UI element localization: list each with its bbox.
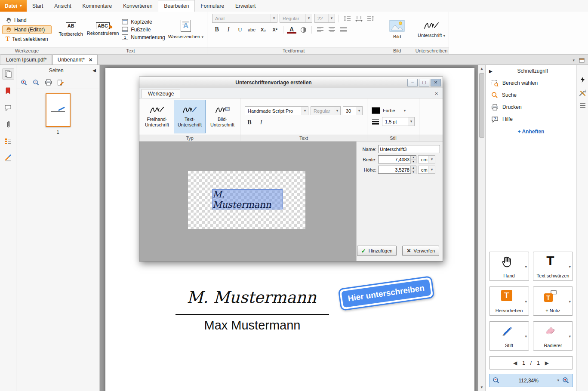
comments-panel-icon[interactable] xyxy=(2,102,14,113)
dialog-tab-werkzeuge[interactable]: Werkzeuge xyxy=(142,89,180,98)
float-window-icon[interactable] xyxy=(579,58,585,63)
menu-erweitert[interactable]: Erweitert xyxy=(230,0,261,12)
current-page-number[interactable]: 1 xyxy=(522,360,525,366)
chevron-down-icon[interactable]: ▾ xyxy=(525,265,527,269)
menu-konvertieren[interactable]: Konvertieren xyxy=(117,0,158,12)
image-signature-button[interactable]: Bild-Unterschrift xyxy=(206,100,238,133)
flash-actions-icon[interactable] xyxy=(580,76,585,83)
discard-button[interactable]: ✕ Verwerfen xyxy=(402,246,439,256)
shading-icon[interactable] xyxy=(299,25,308,34)
bookmarks-panel-icon[interactable] xyxy=(2,85,14,96)
print-item[interactable]: Drucken xyxy=(486,101,576,113)
signatures-panel-icon[interactable] xyxy=(2,152,14,163)
help-item[interactable]: ? Hilfe xyxy=(486,113,576,125)
menu-ansicht[interactable]: Ansicht xyxy=(49,0,77,12)
search-item[interactable]: Suche xyxy=(486,89,576,101)
chevron-down-icon[interactable]: ▾ xyxy=(525,300,527,304)
edit-page-icon[interactable] xyxy=(57,79,64,86)
minimize-icon[interactable]: – xyxy=(407,79,418,86)
align-justify-icon[interactable] xyxy=(339,25,348,34)
width-up-icon[interactable]: ▲ xyxy=(411,156,416,160)
height-field[interactable] xyxy=(379,166,410,173)
height-down-icon[interactable]: ▼ xyxy=(411,170,416,174)
zoom-out-icon[interactable] xyxy=(493,377,500,384)
fields-list-panel-icon[interactable] xyxy=(2,135,14,147)
vertical-scrollbar[interactable]: ▲ ▼ xyxy=(478,65,485,391)
signature-italic-button[interactable]: I xyxy=(256,118,266,127)
eraser-card[interactable]: ▾ Radierer xyxy=(533,321,573,351)
scroll-up-icon[interactable]: ▲ xyxy=(478,65,485,72)
page-thumbnail[interactable] xyxy=(46,93,71,127)
hand-tool-card[interactable]: ▾ Hand xyxy=(489,252,529,281)
close-icon[interactable]: ✕ xyxy=(431,79,441,86)
nummerierung-button[interactable]: 1 Nummerierung xyxy=(122,34,165,40)
bild-button[interactable]: Bild xyxy=(382,13,412,46)
close-tab-icon[interactable]: ✕ xyxy=(89,57,92,63)
document-canvas[interactable]: M. Mustermann Max Mustermann Hier unters… xyxy=(100,65,485,391)
signature-preview-area[interactable]: M. Mustermann xyxy=(139,142,356,261)
pen-card[interactable]: ▾ Stift xyxy=(489,321,529,351)
file-menu-button[interactable]: Datei ▾ xyxy=(0,0,27,12)
color-picker-button[interactable]: Farbe ▾ xyxy=(372,107,415,114)
menu-start[interactable]: Start xyxy=(27,0,49,12)
collapse-panel-icon[interactable]: ◀ xyxy=(92,68,96,73)
superscript-button[interactable]: X² xyxy=(270,25,280,34)
select-area-item[interactable]: Bereich wählen xyxy=(486,77,576,89)
line-width-select[interactable]: 1,5 pt ▾ xyxy=(382,117,415,126)
highlight-card[interactable]: T ▾ Hervorheben xyxy=(489,286,529,316)
signature-font-style-select[interactable]: Regular ▾ xyxy=(311,106,341,115)
next-page-icon[interactable]: ▶ xyxy=(545,360,549,366)
hand-editor-tool-button[interactable]: Hand (Editor) xyxy=(2,25,52,34)
tab-unbenannt[interactable]: Unbenannt* ✕ xyxy=(52,55,98,65)
scrollbar-thumb[interactable] xyxy=(479,73,484,138)
menu-kommentare[interactable]: Kommentare xyxy=(77,0,118,12)
align-center-icon[interactable] xyxy=(327,25,336,34)
dialog-titlebar[interactable]: Unterschriftenvorlage erstellen – ▢ ✕ xyxy=(139,77,443,88)
width-down-icon[interactable]: ▼ xyxy=(411,160,416,164)
add-button[interactable]: ✓ Hinzufügen xyxy=(357,246,397,256)
dialog-ribbon-close-icon[interactable]: ✕ xyxy=(433,91,440,96)
zoom-level-value[interactable]: 112,34% xyxy=(503,378,554,384)
previous-page-icon[interactable]: ◀ xyxy=(513,360,517,366)
underline-button[interactable]: U xyxy=(235,25,245,34)
subscript-button[interactable]: X₂ xyxy=(259,25,268,34)
sign-here-stamp[interactable]: Hier unterschreiben xyxy=(338,276,434,311)
width-unit-select[interactable]: cm ▾ xyxy=(418,155,435,163)
expand-panel-icon[interactable]: ▶ xyxy=(489,69,493,74)
chevron-down-icon[interactable]: ▾ xyxy=(525,335,527,339)
unterschrift-button[interactable]: Unterschrift ▾ xyxy=(416,13,446,46)
height-unit-select[interactable]: cm ▾ xyxy=(418,166,435,174)
wasserzeichen-button[interactable]: A Wasserzeichen ▾ xyxy=(167,13,205,46)
signature-bold-button[interactable]: B xyxy=(245,118,254,127)
zoom-in-thumbnails-icon[interactable] xyxy=(21,79,28,86)
tab-list-chevron-icon[interactable]: ▾ xyxy=(573,58,575,62)
paragraph-spacing-icon[interactable] xyxy=(366,14,375,23)
text-signature-button[interactable]: Text-Unterschrift xyxy=(174,100,206,133)
width-field[interactable] xyxy=(379,156,410,163)
font-color-button[interactable]: A xyxy=(287,26,296,34)
attachments-panel-icon[interactable] xyxy=(2,119,14,130)
tools-icon[interactable] xyxy=(579,89,586,96)
signature-preview-selection[interactable]: M. Mustermann xyxy=(212,190,282,209)
italic-button[interactable]: I xyxy=(224,25,233,34)
zoom-out-thumbnails-icon[interactable] xyxy=(33,79,40,86)
chevron-down-icon[interactable]: ▾ xyxy=(557,379,559,382)
fusszeile-button[interactable]: Fußzeile xyxy=(122,27,165,33)
menu-formulare[interactable]: Formulare xyxy=(195,0,230,12)
pages-panel-icon[interactable] xyxy=(2,68,14,80)
signature-font-size-select[interactable]: 30 ▾ xyxy=(343,106,363,115)
redact-text-card[interactable]: T ▾ Text schwärzen xyxy=(533,252,573,281)
hand-tool-button[interactable]: Hand xyxy=(2,16,52,25)
print-page-icon[interactable] xyxy=(45,79,52,86)
textbereich-button[interactable]: AB Textbereich xyxy=(56,13,86,46)
strikethrough-button[interactable]: abe xyxy=(247,25,256,34)
pin-link[interactable]: + Anheften xyxy=(486,129,576,135)
chevron-down-icon[interactable]: ▾ xyxy=(569,300,571,304)
signature-font-select[interactable]: Handmade Script Pro ▾ xyxy=(245,106,308,115)
rekonstruieren-button[interactable]: ABC Rekonstruieren xyxy=(86,13,120,46)
menu-bearbeiten[interactable]: Bearbeiten xyxy=(158,0,195,12)
list-panel-icon[interactable] xyxy=(579,103,586,108)
line-spacing-icon[interactable] xyxy=(342,14,352,23)
bold-button[interactable]: B xyxy=(212,25,222,34)
font-family-select[interactable]: Arial ▾ xyxy=(212,14,277,23)
